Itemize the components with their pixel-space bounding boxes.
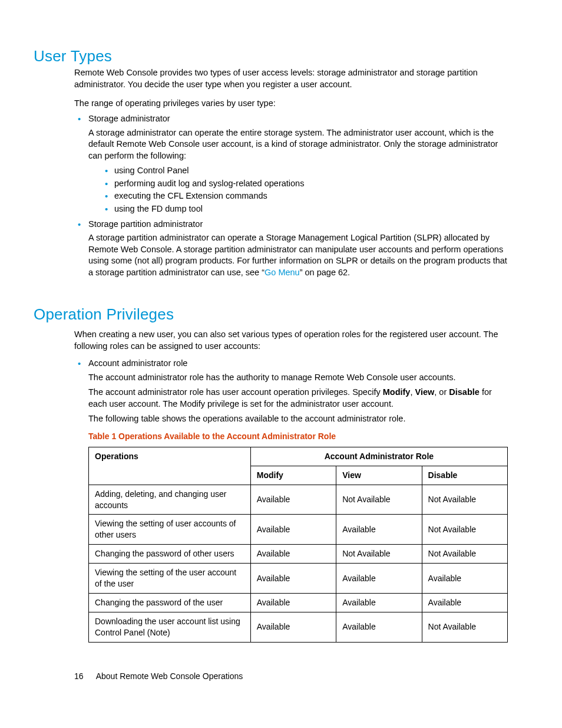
td-val: Available <box>250 515 336 545</box>
th-group: Account Administrator Role <box>250 447 507 466</box>
text-run: The account administrator role has user … <box>88 387 383 397</box>
td-val: Not Available <box>422 612 507 642</box>
th-disable: Disable <box>422 466 507 485</box>
page-footer: 16 About Remote Web Console Operations <box>74 671 243 682</box>
td-val: Available <box>422 593 507 612</box>
td-val: Available <box>336 612 422 642</box>
table-row: Changing the password of the user Availa… <box>89 593 508 612</box>
list-item-desc: A storage administrator can operate the … <box>88 127 510 162</box>
desc-post: ” on page 62. <box>300 268 350 277</box>
sublist-item: using Control Panel <box>103 165 510 177</box>
list-item-label: Storage administrator <box>88 114 170 123</box>
table-row: Downloading the user account list using … <box>89 612 508 642</box>
sublist-item: executing the CFL Extension commands <box>103 190 510 202</box>
td-val: Available <box>250 564 336 594</box>
user-types-list-block: Storage administrator A storage administ… <box>74 113 510 282</box>
table-row: Viewing the setting of user accounts of … <box>89 515 508 545</box>
list-item-storage-partition-admin: Storage partition administrator A storag… <box>74 219 510 279</box>
paragraph: The range of operating privileges varies… <box>74 98 510 110</box>
td-operation: Downloading the user account list using … <box>89 612 251 642</box>
bold-view: View <box>415 387 435 397</box>
td-val: Not Available <box>336 545 422 564</box>
td-val: Not Available <box>422 545 507 564</box>
list-item-label: Storage partition administrator <box>88 219 203 229</box>
operations-table: Operations Account Administrator Role Mo… <box>88 447 508 643</box>
td-operation: Adding, deleting, and changing user acco… <box>89 485 251 515</box>
sublist-item: performing audit log and syslog-related … <box>103 178 510 190</box>
table-row: Adding, deleting, and changing user acco… <box>89 485 508 515</box>
roles-list: Account administrator role The account a… <box>74 358 510 642</box>
paragraph: The account administrator role has the a… <box>88 372 510 384</box>
td-val: Available <box>250 485 336 515</box>
td-val: Not Available <box>336 485 422 515</box>
td-val: Available <box>422 564 507 594</box>
td-operation: Changing the password of other users <box>89 545 251 564</box>
bold-modify: Modify <box>383 387 411 397</box>
td-val: Available <box>250 593 336 612</box>
td-operation: Viewing the setting of the user account … <box>89 564 251 594</box>
td-val: Not Available <box>422 515 507 545</box>
td-operation: Changing the password of the user <box>89 593 251 612</box>
td-val: Available <box>336 564 422 594</box>
page: User Types Remote Web Console provides t… <box>0 0 562 728</box>
list-item-label: Account administrator role <box>88 358 187 368</box>
list-item-storage-admin: Storage administrator A storage administ… <box>74 113 510 215</box>
user-types-intro-1: Remote Web Console provides two types of… <box>74 67 510 96</box>
td-val: Available <box>336 593 422 612</box>
td-val: Not Available <box>422 485 507 515</box>
heading-user-types: User Types <box>34 46 112 67</box>
th-operations: Operations <box>89 447 251 485</box>
go-menu-link[interactable]: Go Menu <box>265 268 300 277</box>
td-val: Available <box>250 612 336 642</box>
text-run: , <box>410 387 415 397</box>
storage-admin-sublist: using Control Panel performing audit log… <box>88 165 510 215</box>
table-row: Changing the password of other users Ava… <box>89 545 508 564</box>
bold-disable: Disable <box>449 387 480 397</box>
paragraph: The account administrator role has user … <box>88 387 510 410</box>
td-val: Available <box>250 545 336 564</box>
sublist-item: using the FD dump tool <box>103 203 510 215</box>
table-row: Viewing the setting of the user account … <box>89 564 508 594</box>
paragraph: When creating a new user, you can also s… <box>74 329 510 352</box>
op-privs-block: When creating a new user, you can also s… <box>74 329 510 645</box>
th-modify: Modify <box>250 466 336 485</box>
page-number: 16 <box>74 671 84 682</box>
list-item-desc: A storage partition administrator can op… <box>88 232 510 278</box>
td-operation: Viewing the setting of user accounts of … <box>89 515 251 545</box>
paragraph: Remote Web Console provides two types of… <box>74 67 510 90</box>
list-item-account-admin-role: Account administrator role The account a… <box>74 358 510 642</box>
user-types-list: Storage administrator A storage administ… <box>74 113 510 278</box>
th-view: View <box>336 466 422 485</box>
heading-operation-privileges: Operation Privileges <box>34 304 174 325</box>
table-caption: Table 1 Operations Available to the Acco… <box>88 431 510 442</box>
td-val: Available <box>336 515 422 545</box>
paragraph: The following table shows the operations… <box>88 413 510 425</box>
text-run: , or <box>434 387 449 397</box>
footer-title: About Remote Web Console Operations <box>96 671 243 681</box>
